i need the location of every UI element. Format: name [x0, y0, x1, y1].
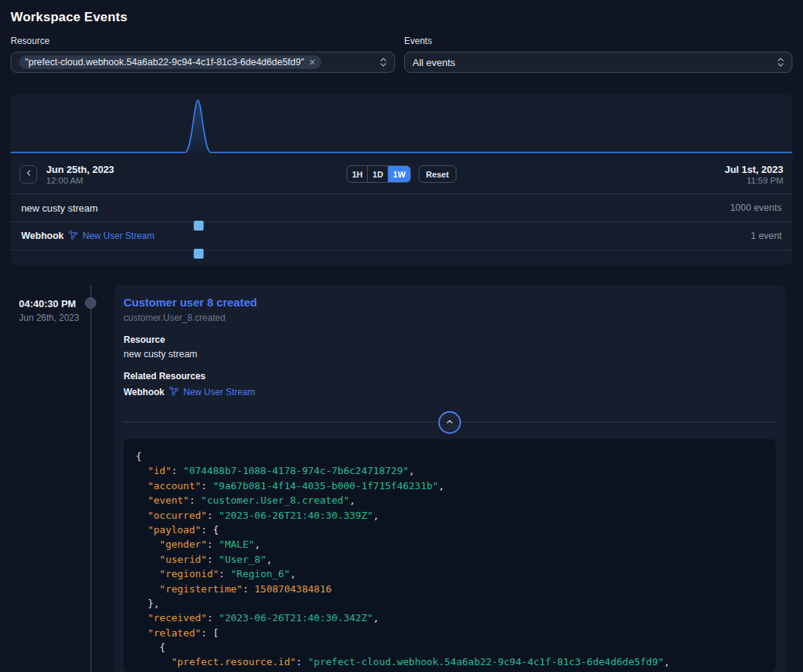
event-title-link[interactable]: Customer user 8 created [124, 296, 776, 309]
range-button-1d[interactable]: 1D [368, 166, 388, 182]
code-line: "regionid": "Region_6", [136, 567, 764, 581]
timeline-section: 04:40:30 PM Jun 26th, 2023 Customer user… [0, 285, 803, 672]
code-line: "id": "074488b7-1088-4178-974c-7b6c24718… [136, 463, 764, 478]
page-title: Workspace Events [0, 0, 803, 25]
range-button-1h[interactable]: 1H [347, 166, 368, 182]
code-line: "userid": "User_8", [136, 552, 764, 567]
events-selected-value: All events [412, 57, 455, 68]
related-resource-link[interactable]: New User Stream [183, 387, 256, 397]
event-card: Customer user 8 created customer.User_8.… [114, 285, 786, 672]
stream-resource-link[interactable]: New User Stream [83, 231, 155, 241]
resource-select[interactable]: "prefect-cloud.webhook.54a6ab22-9c94-4c1… [11, 52, 395, 73]
stream-row: WebhookNew User Stream1 event [11, 222, 792, 250]
code-line: "prefect.resource.id": "prefect-cloud.we… [136, 655, 764, 669]
code-line: "registertime": 1508704384816 [136, 582, 764, 596]
code-line: "occurred": "2023-06-26T21:40:30.339Z", [136, 508, 764, 523]
chevron-left-icon [24, 168, 33, 180]
resource-section-label: Resource [124, 334, 776, 345]
resource-tag-label: "prefect-cloud.webhook.54a6ab22-9c94-4c1… [25, 57, 304, 68]
code-line: "event": "customer.User_8.created", [136, 493, 764, 507]
events-line-chart [11, 96, 792, 155]
resource-tag: "prefect-cloud.webhook.54a6ab22-9c94-4c1… [19, 55, 322, 69]
stream-row: new custy stream1000 events [11, 194, 792, 222]
resource-value: new custy stream [124, 349, 776, 360]
stream-list: new custy stream1000 eventsWebhookNew Us… [11, 193, 792, 250]
close-icon: ✕ [309, 58, 315, 67]
related-kind: Webhook [124, 387, 165, 397]
code-line: { [136, 640, 764, 655]
event-cluster-marker[interactable] [194, 249, 204, 259]
code-line: "payload": { [136, 523, 764, 537]
histogram-controls: Jun 25th, 2023 12:00 AM 1H1D1W Reset Jul… [11, 155, 792, 193]
code-line: "received": "2023-06-26T21:40:30.342Z", [136, 611, 764, 625]
range-button-group: 1H1D1W [347, 165, 411, 183]
resource-filter-label: Resource [11, 36, 395, 46]
raw-event-json[interactable]: { "id": "074488b7-1088-4178-974c-7b6c247… [124, 439, 776, 672]
range-start-time: 12:00 AM [46, 176, 114, 185]
webhook-graph-icon [169, 385, 179, 399]
events-histogram [11, 94, 792, 155]
related-resource-row: Webhook New User Stream [124, 385, 776, 399]
filter-bar: Resource "prefect-cloud.webhook.54a6ab22… [0, 25, 803, 73]
code-line: "account": "9a67b081-4f14-4035-b000-1f71… [136, 479, 764, 493]
code-line: }, [136, 596, 764, 611]
select-chevrons-icon [380, 56, 387, 68]
code-line: "related": [ [136, 626, 764, 640]
range-end-date: Jul 1st, 2023 [456, 164, 783, 175]
event-name: customer.User_8.created [124, 312, 776, 323]
timeline-timestamp: 04:40:30 PM Jun 26th, 2023 [19, 298, 79, 323]
remove-tag-button[interactable]: ✕ [309, 58, 315, 67]
stream-event-count: 1 event [751, 231, 782, 241]
stream-kind: Webhook [21, 231, 64, 241]
stream-label: new custy stream [21, 203, 98, 214]
events-filter-label: Events [404, 36, 792, 46]
range-button-1w[interactable]: 1W [388, 166, 410, 182]
code-line: "gender": "MALE", [136, 537, 764, 551]
reset-button[interactable]: Reset [419, 165, 456, 183]
code-line: { [136, 449, 764, 463]
event-cluster-marker[interactable] [194, 221, 204, 231]
scroll-left-button[interactable] [20, 165, 37, 184]
range-start-date: Jun 25th, 2023 [46, 164, 114, 175]
timeline-line [90, 285, 92, 672]
select-chevrons-icon [777, 56, 784, 68]
resource-filter: Resource "prefect-cloud.webhook.54a6ab22… [11, 36, 395, 73]
event-time: 04:40:30 PM [19, 298, 79, 309]
events-select[interactable]: All events [404, 52, 792, 73]
workspace-events-page: Workspace Events Resource "prefect-cloud… [0, 0, 803, 672]
collapse-button[interactable] [438, 411, 461, 434]
webhook-graph-icon [68, 230, 78, 242]
event-date: Jun 26th, 2023 [19, 312, 79, 323]
events-filter: Events All events [404, 36, 792, 73]
range-end-time: 11:59 PM [456, 176, 783, 185]
timeline-dot [85, 297, 96, 309]
chevron-up-icon [445, 417, 454, 429]
card-divider [124, 422, 776, 422]
related-section-label: Related Resources [124, 371, 776, 382]
stream-event-count: 1000 events [730, 203, 782, 213]
events-panel: Jun 25th, 2023 12:00 AM 1H1D1W Reset Jul… [11, 94, 792, 265]
